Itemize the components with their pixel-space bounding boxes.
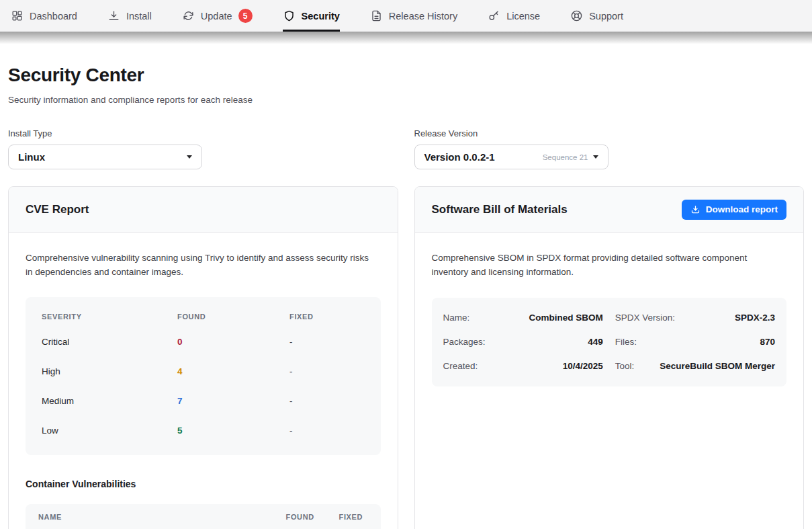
field-value: 870 xyxy=(760,337,775,347)
nav-label: Dashboard xyxy=(30,11,77,22)
found-count: 4 xyxy=(177,366,289,376)
download-icon xyxy=(107,9,120,22)
sbom-field-spdx-version: SPDX Version: SPDX-2.3 xyxy=(615,306,775,330)
install-type-select[interactable]: Linux xyxy=(8,145,202,169)
install-type-label: Install Type xyxy=(8,128,398,138)
nav-item-dashboard[interactable]: Dashboard xyxy=(11,0,77,32)
top-nav: Dashboard Install Update 5 Security xyxy=(0,0,812,32)
field-label: Tool: xyxy=(615,361,635,371)
sbom-field-created: Created: 10/4/2025 xyxy=(443,354,603,378)
fixed-count: - xyxy=(289,366,365,376)
lifebuoy-icon xyxy=(570,9,583,22)
install-type-value: Linux xyxy=(18,151,45,163)
table-row-medium: Medium 7 - xyxy=(42,386,365,416)
nav-label: Release History xyxy=(389,11,457,22)
nav-label: Support xyxy=(589,11,623,22)
col-severity: SEVERITY xyxy=(42,313,177,321)
shield-icon xyxy=(283,9,296,22)
cve-report-card: CVE Report Comprehensive vulnerability s… xyxy=(8,186,398,529)
nav-item-support[interactable]: Support xyxy=(570,0,623,32)
field-label: Packages: xyxy=(443,337,486,347)
nav-item-release-history[interactable]: Release History xyxy=(370,0,457,32)
col-fixed: FIXED xyxy=(289,313,365,321)
nav-item-license[interactable]: License xyxy=(488,0,540,32)
container-vulnerabilities-header: NAME FOUND FIXED xyxy=(26,504,381,529)
download-report-label: Download report xyxy=(706,204,778,214)
nav-label: Update xyxy=(201,11,232,22)
nav-label: Security xyxy=(302,11,340,22)
col-found: FOUND xyxy=(177,313,289,321)
field-value: SecureBuild SBOM Merger xyxy=(660,361,775,371)
nav-item-install[interactable]: Install xyxy=(107,0,152,32)
update-count-badge: 5 xyxy=(238,9,253,23)
app-window: Dashboard Install Update 5 Security xyxy=(0,0,812,529)
nav-shadow-divider xyxy=(0,32,812,44)
download-icon xyxy=(690,204,701,214)
key-icon xyxy=(488,9,500,22)
sbom-body: Comprehensive SBOM in SPDX format provid… xyxy=(415,233,804,403)
sbom-info-grid: Name: Combined SBOM SPDX Version: SPDX-2… xyxy=(432,298,787,386)
cve-report-header: CVE Report xyxy=(9,187,398,233)
refresh-icon xyxy=(182,9,195,22)
sbom-card: Software Bill of Materials Download repo… xyxy=(414,186,805,529)
col-fixed: FIXED xyxy=(339,513,368,521)
cve-report-body: Comprehensive vulnerability scanning usi… xyxy=(9,233,398,529)
field-label: Created: xyxy=(443,361,478,371)
cve-report-description: Comprehensive vulnerability scanning usi… xyxy=(26,251,378,280)
found-count: 0 xyxy=(177,337,289,347)
cve-report-title: CVE Report xyxy=(26,203,89,216)
dashboard-icon xyxy=(11,9,24,22)
severity-table-header: SEVERITY FOUND FIXED xyxy=(42,306,365,327)
severity-label: Medium xyxy=(42,396,177,406)
severity-table: SEVERITY FOUND FIXED Critical 0 - High 4 xyxy=(26,297,381,455)
severity-label: High xyxy=(42,366,177,376)
document-icon xyxy=(370,9,383,22)
severity-label: Low xyxy=(42,425,177,436)
page-subtitle: Security information and compliance repo… xyxy=(8,95,804,105)
field-label: Name: xyxy=(443,313,470,323)
field-value: SPDX-2.3 xyxy=(735,313,775,323)
field-value: 10/4/2025 xyxy=(563,361,603,371)
sbom-field-tool: Tool: SecureBuild SBOM Merger xyxy=(615,354,775,378)
chevron-down-icon xyxy=(593,155,598,159)
fixed-count: - xyxy=(289,425,365,436)
nav-label: Install xyxy=(126,11,152,22)
nav-item-update[interactable]: Update 5 xyxy=(182,0,253,32)
field-label: SPDX Version: xyxy=(615,313,675,323)
table-row-critical: Critical 0 - xyxy=(42,327,365,357)
install-type-filter: Install Type Linux xyxy=(8,128,398,169)
sbom-field-name: Name: Combined SBOM xyxy=(443,306,603,330)
chevron-down-icon xyxy=(187,155,192,159)
field-value: 449 xyxy=(588,337,603,347)
container-vulnerabilities-title: Container Vulnerabilities xyxy=(26,479,381,489)
fixed-count: - xyxy=(289,337,365,347)
release-version-filter: Release Version Version 0.0.2-1 Sequence… xyxy=(414,128,805,169)
field-label: Files: xyxy=(615,337,637,347)
sbom-title: Software Bill of Materials xyxy=(432,203,568,216)
sbom-field-files: Files: 870 xyxy=(615,330,775,354)
col-name: NAME xyxy=(38,513,286,521)
download-report-button[interactable]: Download report xyxy=(682,200,786,220)
sbom-description: Comprehensive SBOM in SPDX format provid… xyxy=(432,251,784,280)
filters-row: Install Type Linux Release Version Versi… xyxy=(8,128,804,169)
found-count: 5 xyxy=(177,425,289,436)
field-value: Combined SBOM xyxy=(529,313,603,323)
fixed-count: - xyxy=(289,396,365,406)
nav-label: License xyxy=(506,11,540,22)
severity-label: Critical xyxy=(42,337,177,347)
table-row-high: High 4 - xyxy=(42,357,365,386)
sequence-badge: Sequence 21 xyxy=(543,153,588,161)
release-version-label: Release Version xyxy=(414,128,805,138)
table-row-low: Low 5 - xyxy=(42,416,365,446)
col-found: FOUND xyxy=(286,513,339,521)
nav-item-security[interactable]: Security xyxy=(283,0,340,32)
sbom-header: Software Bill of Materials Download repo… xyxy=(415,187,804,233)
found-count: 7 xyxy=(177,396,289,406)
report-cards: CVE Report Comprehensive vulnerability s… xyxy=(8,186,804,529)
release-version-value: Version 0.0.2-1 xyxy=(424,151,495,163)
page-title: Security Center xyxy=(8,65,804,86)
sbom-field-packages: Packages: 449 xyxy=(443,330,603,354)
release-version-select[interactable]: Version 0.0.2-1 Sequence 21 xyxy=(414,145,608,169)
security-center-page: Security Center Security information and… xyxy=(0,65,812,529)
